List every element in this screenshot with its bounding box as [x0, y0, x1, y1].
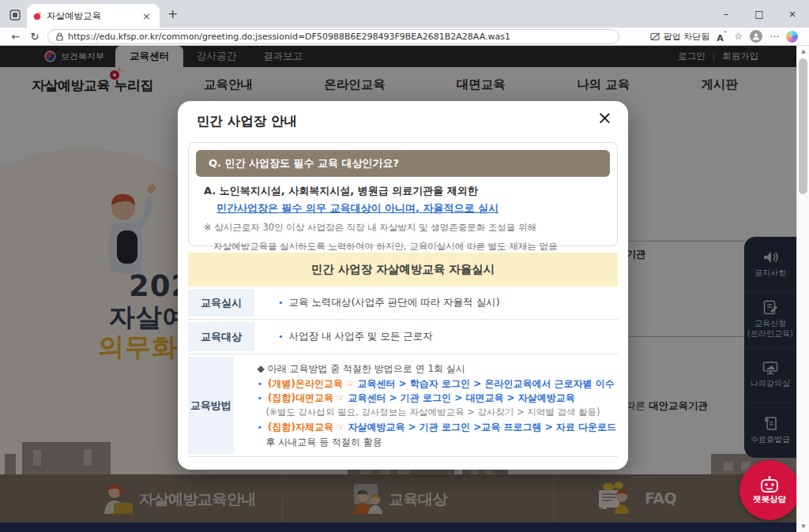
method-path-link: 자살예방교육 > 기관 로그인 >교육 프로그램 > 자료 다운로드 — [348, 421, 616, 433]
method-path-link: 교육센터 > 학습자 로그인 > 온라인교육에서 근로자별 이수 — [357, 378, 614, 389]
scrollbar-thumb[interactable] — [799, 58, 807, 194]
method-note: (※별도 강사섭외 필요, 강사정보는 자살예방교육 > 강사찾기 > 지역별 … — [258, 406, 616, 420]
browser-toolbar: ← ↻ https://edu.kfsp.or.kr/common/greeti… — [0, 28, 809, 46]
row-label: 교육대상 — [188, 322, 254, 351]
method-tail: 후 사내교육 등 적절히 활용 — [258, 435, 616, 450]
row-content: ◆ 아래 교육방법 중 적절한 방법으로 연 1회 실시 •(개별)온라인교육 … — [234, 354, 618, 456]
more-menu-button[interactable]: ⋯ — [769, 31, 779, 42]
voluntary-banner: 민간 사업장 자살예방교육 자율실시 — [188, 253, 618, 287]
copilot-icon[interactable] — [786, 31, 798, 43]
table-row: 교육대상 • 사업장 내 사업주 및 모든 근로자 — [188, 320, 618, 354]
new-tab-button[interactable]: + — [167, 6, 178, 21]
qa-box: Q. 민간 사업장도 필수 교육 대상인가요? A. 노인복지시설, 사회복지시… — [188, 142, 618, 246]
row-content: • 교육 노력대상(사업주 판단에 따라 자율적 실시) — [254, 287, 618, 319]
favorite-star-icon[interactable]: ☆ — [734, 31, 743, 42]
refresh-button[interactable]: ↻ — [25, 31, 44, 43]
browser-window: 자살예방교육 × + – □ × ← ↻ https://edu.kfsp.or… — [0, 0, 809, 532]
chatbot-button[interactable]: 챗봇상담 — [739, 460, 796, 520]
minimize-button[interactable]: – — [709, 0, 743, 28]
scroll-up-icon[interactable]: ▲ — [797, 48, 809, 54]
table-row: 교육방법 ◆ 아래 교육방법 중 적절한 방법으로 연 1회 실시 •(개별)온… — [188, 354, 618, 457]
question-badge: Q. 민간 사업장도 필수 교육 대상인가요? — [196, 150, 610, 177]
tab-search-icon[interactable] — [6, 6, 24, 24]
window-close-button[interactable]: × — [776, 0, 809, 28]
robot-icon — [759, 476, 780, 493]
address-bar[interactable]: https://edu.kfsp.or.kr/common/greeting.d… — [47, 29, 619, 44]
modal-close-icon[interactable]: × — [597, 109, 612, 127]
page-content: 보건복지부 교육센터 강사공간 결과보고 로그인 | 회원가입 자살예방교육 누… — [0, 46, 796, 532]
bullet-icon: • — [278, 298, 284, 308]
row-content: • 사업장 내 사업주 및 모든 근로자 — [254, 320, 618, 354]
private-workplace-modal: 민간 사업장 안내 × Q. 민간 사업장도 필수 교육 대상인가요? A. 노… — [178, 101, 628, 470]
toolbar-right: 팝업 차단됨 Aˆ ☆ ⋯ — [650, 30, 803, 43]
site-favicon — [33, 12, 42, 21]
answer-text: A. 노인복지시설, 사회복지시설, 병원급 의료기관을 제외한 — [204, 184, 610, 198]
lock-icon — [56, 32, 63, 41]
window-controls: – □ × — [709, 0, 809, 28]
table-row: 교육실시 • 교육 노력대상(사업주 판단에 따라 자율적 실시) — [188, 287, 618, 320]
browser-tabstrip: 자살예방교육 × + – □ × — [0, 0, 809, 28]
pointer-icon: ☞ — [337, 421, 345, 433]
popup-blocked-icon — [650, 32, 660, 41]
modal-title: 민간 사업장 안내 — [197, 113, 297, 130]
scroll-down-icon[interactable]: ▼ — [797, 523, 809, 530]
profile-avatar[interactable] — [750, 30, 762, 43]
bullet-icon: • — [258, 422, 263, 433]
browser-tab[interactable]: 자살예방교육 × — [27, 4, 160, 28]
answer-note-1: ※ 상시근로자 30인 이상 사업장은 직장 내 자살방지 및 생명존중문화 조… — [204, 221, 610, 234]
diamond-icon: ◆ — [258, 363, 265, 374]
answer-note-2: 자살예방교육을 실시하도록 노력하여야 하지만, 교육미실시에 따른 별도 제재… — [213, 240, 610, 253]
bullet-icon: • — [258, 393, 263, 403]
answer-link[interactable]: 민간사업장은 필수 의무 교육대상이 아니며, 자율적으로 실시 — [216, 201, 610, 215]
row-label: 교육실시 — [188, 289, 254, 317]
chatbot-label: 챗봇상담 — [753, 494, 786, 505]
pointer-icon: ☞ — [337, 392, 345, 403]
maximize-button[interactable]: □ — [743, 0, 776, 28]
pointer-icon: ☞ — [346, 378, 355, 389]
url-text: https://edu.kfsp.or.kr/common/greeting.d… — [68, 32, 510, 42]
page-scrollbar[interactable]: ▲ ▼ — [796, 46, 809, 532]
row-label: 교육방법 — [188, 357, 234, 454]
bullet-icon: • — [278, 332, 284, 342]
info-table: 교육실시 • 교육 노력대상(사업주 판단에 따라 자율적 실시) 교육대상 •… — [188, 287, 618, 457]
read-aloud-button[interactable]: Aˆ — [717, 30, 727, 43]
popup-blocked-indicator[interactable]: 팝업 차단됨 — [650, 31, 710, 43]
bullet-icon: • — [258, 379, 263, 389]
tab-title: 자살예방교육 — [47, 10, 135, 22]
back-button[interactable]: ← — [6, 31, 25, 43]
method-path-link: 교육센터 > 기관 로그인 > 대면교육 > 자살예방교육 — [348, 392, 574, 403]
tab-close-icon[interactable]: × — [140, 10, 153, 22]
popup-blocked-label: 팝업 차단됨 — [664, 31, 710, 43]
